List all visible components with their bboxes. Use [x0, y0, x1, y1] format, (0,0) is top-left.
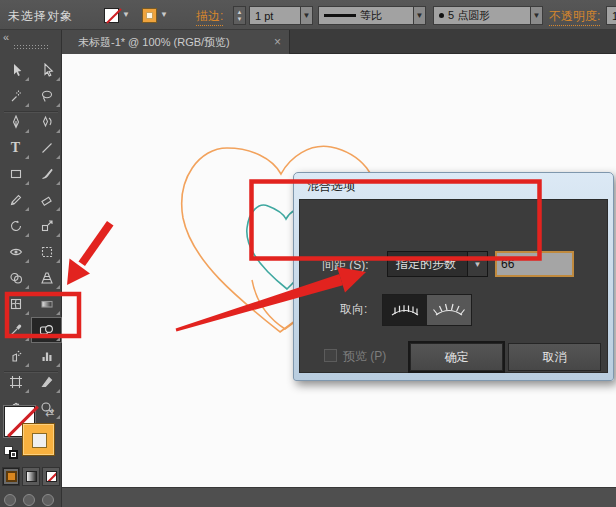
- stepper-up-icon: ▲: [237, 9, 243, 16]
- chevron-down-icon: ▼: [122, 11, 130, 19]
- none-fill-icon: [46, 471, 57, 482]
- color-mode-button[interactable]: [2, 467, 20, 486]
- draw-behind-icon[interactable]: [23, 494, 35, 506]
- tool-selection[interactable]: [0, 57, 31, 83]
- tool-pen[interactable]: [0, 109, 31, 135]
- tool-width[interactable]: [0, 239, 31, 265]
- blend-options-dialog: 混合选项 间距 (S): 指定的步数 ▼ 取向:: [293, 172, 614, 381]
- column-graph-icon: [40, 349, 54, 363]
- orientation-label: 取向:: [340, 301, 367, 318]
- draw-normal-icon[interactable]: [4, 494, 16, 506]
- collapse-panel-button[interactable]: «: [3, 31, 9, 43]
- toolbar-separator: [4, 111, 58, 112]
- orientation-align-page-button[interactable]: [383, 295, 427, 325]
- stroke-color-button[interactable]: ▼: [142, 5, 168, 25]
- draw-inside-icon[interactable]: [42, 494, 54, 506]
- default-fill-stroke-button[interactable]: [4, 446, 20, 460]
- brush-value: 5 点圆形: [448, 8, 490, 23]
- color-mode-buttons: [2, 467, 60, 486]
- tools-panel: T ⇄: [0, 54, 62, 507]
- default-stroke-icon: [9, 450, 18, 459]
- selection-arrow-icon: [9, 63, 23, 77]
- blend-icon: [39, 323, 54, 337]
- line-segment-icon: [40, 141, 54, 155]
- steps-input[interactable]: [495, 251, 574, 277]
- tool-lasso[interactable]: [31, 83, 62, 109]
- width-profile-select[interactable]: 等比 ▼: [318, 6, 426, 25]
- spacing-select[interactable]: 指定的步数 ▼: [387, 251, 488, 277]
- preview-label: 预览 (P): [343, 348, 386, 365]
- tool-rotate[interactable]: [0, 213, 31, 239]
- dialog-title: 混合选项: [307, 178, 355, 195]
- ok-button[interactable]: 确定: [410, 343, 503, 371]
- stroke-width-stepper[interactable]: ▲▼: [233, 6, 246, 25]
- tool-perspective-grid[interactable]: [31, 265, 62, 291]
- tool-curvature[interactable]: [31, 109, 62, 135]
- cancel-button[interactable]: 取消: [508, 343, 601, 371]
- tool-pencil[interactable]: [0, 187, 31, 213]
- stroke-panel-link[interactable]: 描边:: [196, 8, 223, 26]
- orientation-align-path-button[interactable]: [427, 295, 471, 325]
- shape-builder-icon: [9, 271, 23, 285]
- slice-knife-icon: [40, 375, 54, 389]
- preview-checkbox[interactable]: [324, 349, 337, 362]
- align-to-page-icon: [388, 301, 422, 319]
- width-tool-icon: [9, 245, 23, 259]
- dialog-content: 间距 (S): 指定的步数 ▼ 取向:: [299, 199, 608, 373]
- chevron-down-icon: ▼: [300, 6, 313, 25]
- width-profile-value: 等比: [360, 8, 382, 23]
- type-tool-icon: T: [11, 140, 20, 156]
- opacity-value: 1: [606, 6, 616, 25]
- stroke-width-select[interactable]: 1 pt ▼: [249, 6, 313, 25]
- tool-magic-wand[interactable]: [0, 83, 31, 109]
- tool-artboard[interactable]: [0, 369, 31, 395]
- tool-slice[interactable]: [31, 369, 62, 395]
- gradient-fill-icon: [26, 471, 37, 482]
- selection-status: 未选择对象: [8, 8, 73, 25]
- document-tab[interactable]: 未标题-1* @ 100% (RGB/预览) ×: [62, 30, 290, 54]
- none-mode-button[interactable]: [42, 467, 60, 486]
- tool-gradient[interactable]: [31, 291, 62, 317]
- tool-mesh[interactable]: [0, 291, 31, 317]
- gradient-mode-button[interactable]: [22, 467, 40, 486]
- chevron-down-icon: ▼: [467, 252, 487, 276]
- orientation-buttons: [382, 294, 472, 326]
- chevron-down-icon: ▼: [530, 6, 543, 25]
- canvas-bottom-strip: [62, 487, 616, 507]
- tool-direct-selection[interactable]: [31, 57, 62, 83]
- dialog-titlebar[interactable]: 混合选项: [294, 173, 613, 199]
- tool-scale[interactable]: [31, 213, 62, 239]
- swap-fill-stroke-icon[interactable]: ⇄: [45, 406, 54, 419]
- tab-bar: « 未标题-1* @ 100% (RGB/预览) ×: [0, 30, 616, 54]
- tool-paintbrush[interactable]: [31, 161, 62, 187]
- brush-select[interactable]: 5 点圆形 ▼: [433, 6, 543, 25]
- stroke-swatch-orange[interactable]: [22, 423, 55, 456]
- control-bar: 未选择对象 ▼ ▼ 描边: ▲▼ 1 pt ▼ 等比 ▼ 5 点圆形: [0, 0, 616, 30]
- opacity-panel-link[interactable]: 不透明度:: [549, 8, 600, 26]
- tool-symbol-sprayer[interactable]: [0, 343, 31, 369]
- tool-eyedropper[interactable]: [0, 317, 31, 343]
- tool-shape-builder[interactable]: [0, 265, 31, 291]
- tool-line-segment[interactable]: [31, 135, 62, 161]
- stroke-swatch-hole: [32, 433, 47, 448]
- tool-free-transform[interactable]: [31, 239, 62, 265]
- document-tab-title: 未标题-1* @ 100% (RGB/预览): [78, 35, 230, 50]
- curvature-pen-icon: [40, 115, 54, 129]
- chevron-down-icon: ▼: [413, 6, 426, 25]
- stroke-width-value: 1 pt: [249, 6, 300, 25]
- toolbar-separator: [4, 371, 58, 372]
- close-tab-icon[interactable]: ×: [274, 35, 281, 49]
- rotate-icon: [9, 219, 23, 233]
- tool-blend[interactable]: [31, 317, 62, 343]
- tool-rectangle[interactable]: [0, 161, 31, 187]
- gradient-icon: [40, 297, 54, 311]
- tool-column-graph[interactable]: [31, 343, 62, 369]
- panel-grip-handle[interactable]: [13, 44, 49, 50]
- drawing-mode-buttons: [4, 494, 54, 506]
- tool-eraser[interactable]: [31, 187, 62, 213]
- tool-type[interactable]: T: [0, 135, 31, 161]
- opacity-field[interactable]: 1: [606, 6, 616, 25]
- stroke-preview-icon: [324, 14, 356, 17]
- free-transform-icon: [40, 245, 54, 259]
- fill-color-button[interactable]: ▼: [104, 5, 130, 25]
